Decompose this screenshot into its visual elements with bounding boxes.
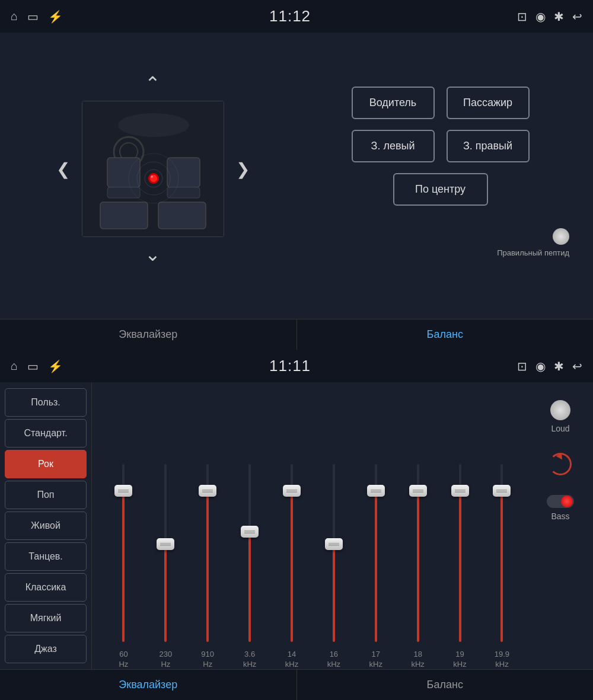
preset-item-5[interactable]: Танцев. (5, 542, 87, 571)
freq-label-8: 19kHz (453, 650, 466, 670)
preset-item-8[interactable]: Джаз (5, 635, 87, 663)
slider-col-4: 14kHz (280, 464, 303, 670)
bottom-status-right: ⊡ ◉ ✱ ↩ (517, 359, 582, 373)
sliders-container: 60Hz230Hz910Hz3.6kHz14kHz16kHz17kHz18kHz… (104, 394, 522, 673)
eq-right-controls: Loud Bass (528, 382, 593, 679)
slider-wrapper-3[interactable] (238, 464, 261, 642)
reset-button[interactable] (547, 451, 573, 477)
bass-track[interactable] (547, 495, 574, 508)
preset-item-0[interactable]: Польз. (5, 388, 87, 417)
passenger-button[interactable]: Пассажир (447, 87, 530, 119)
cast-icon[interactable]: ⊡ (517, 9, 527, 24)
slider-wrapper-0[interactable] (112, 464, 135, 642)
slider-col-1: 230Hz (154, 464, 177, 670)
tab-balance-top[interactable]: Баланс (297, 319, 594, 350)
svg-rect-7 (167, 187, 200, 198)
slider-thumb-8[interactable] (451, 485, 469, 497)
slider-thumb-1[interactable] (157, 538, 174, 550)
preset-item-1[interactable]: Стандарт. (5, 419, 87, 448)
freq-label-2: 910Hz (201, 650, 214, 670)
slider-fill-6 (375, 491, 377, 642)
location-icon[interactable]: ◉ (535, 9, 546, 24)
bottom-panel-tabs: Эквалайзер Баланс (0, 669, 593, 700)
toggle-label-text: Правильный пептид (497, 248, 569, 257)
preset-item-2[interactable]: Рок (5, 450, 87, 478)
arrow-down-button[interactable]: ⌄ (145, 243, 161, 266)
arrow-right-button[interactable]: ❯ (230, 156, 256, 182)
slider-fill-8 (459, 491, 461, 642)
slider-col-6: 17kHz (365, 464, 387, 670)
front-seat-row: Водитель Пассажир (352, 87, 530, 119)
location-icon-2[interactable]: ◉ (535, 359, 546, 373)
slider-wrapper-6[interactable] (365, 464, 387, 642)
slider-fill-1 (164, 544, 167, 642)
eq-sliders-area: 60Hz230Hz910Hz3.6kHz14kHz16kHz17kHz18kHz… (92, 382, 528, 679)
slider-track-4 (291, 464, 293, 642)
bass-section: Bass (547, 495, 574, 521)
slider-fill-0 (122, 491, 125, 642)
balance-content: ⌃ ❮ (0, 33, 593, 305)
toggle-area: Правильный пептид (305, 228, 575, 257)
tab-equalizer-top[interactable]: Эквалайзер (0, 319, 297, 350)
tab-equalizer-bottom[interactable]: Эквалайзер (0, 670, 297, 700)
back-icon-2[interactable]: ↩ (572, 359, 582, 373)
back-icon[interactable]: ↩ (572, 9, 582, 24)
slider-thumb-6[interactable] (367, 485, 385, 497)
slider-wrapper-2[interactable] (196, 464, 219, 642)
bass-toggle[interactable] (547, 495, 574, 508)
cast-icon-2[interactable]: ⊡ (517, 359, 527, 373)
tab-balance-bottom[interactable]: Баланс (297, 670, 594, 700)
preset-item-7[interactable]: Мягкий (5, 604, 87, 632)
reset-icon (549, 453, 572, 475)
slider-track-2 (206, 464, 209, 642)
slider-wrapper-9[interactable] (490, 464, 513, 642)
svg-rect-8 (100, 202, 148, 229)
slider-thumb-4[interactable] (283, 485, 301, 497)
freq-label-3: 3.6kHz (243, 650, 256, 670)
slider-thumb-9[interactable] (493, 485, 511, 497)
slider-track-7 (417, 464, 419, 642)
slider-wrapper-7[interactable] (407, 464, 429, 642)
home-icon-2[interactable]: ⌂ (11, 359, 18, 373)
preset-item-4[interactable]: Живой (5, 512, 87, 540)
usb-icon[interactable]: ⚡ (48, 9, 63, 24)
loud-toggle[interactable] (550, 400, 570, 420)
slider-track-8 (459, 464, 461, 642)
slider-thumb-2[interactable] (199, 485, 216, 497)
preset-item-3[interactable]: Поп (5, 481, 87, 509)
slider-thumb-7[interactable] (409, 485, 427, 497)
slider-col-3: 3.6kHz (238, 464, 261, 670)
freq-label-7: 18kHz (411, 650, 424, 670)
rear-left-button[interactable]: З. левый (352, 130, 435, 162)
usb-icon-2[interactable]: ⚡ (48, 359, 63, 373)
slider-col-9: 19.9kHz (490, 464, 513, 670)
bass-label: Bass (551, 512, 569, 521)
slider-wrapper-8[interactable] (449, 464, 471, 642)
car-image[interactable] (82, 101, 224, 237)
rear-right-button[interactable]: З. правый (447, 130, 530, 162)
slider-col-2: 910Hz (196, 464, 219, 670)
slider-wrapper-5[interactable] (323, 464, 345, 642)
screen-icon-2[interactable]: ▭ (27, 359, 39, 373)
preset-item-6[interactable]: Классика (5, 573, 87, 602)
screen-icon[interactable]: ▭ (27, 9, 39, 24)
freq-label-4: 14kHz (285, 650, 298, 670)
bluetooth-icon[interactable]: ✱ (554, 9, 564, 24)
slider-thumb-0[interactable] (114, 485, 132, 497)
slider-wrapper-4[interactable] (280, 464, 303, 642)
center-button[interactable]: По центру (393, 173, 488, 206)
home-icon[interactable]: ⌂ (11, 9, 18, 23)
slider-wrapper-1[interactable] (154, 464, 177, 642)
svg-point-15 (151, 175, 153, 178)
slider-col-0: 60Hz (112, 464, 135, 670)
driver-button[interactable]: Водитель (352, 87, 435, 119)
slider-thumb-5[interactable] (325, 538, 343, 550)
slider-track-0 (122, 464, 125, 642)
slider-thumb-3[interactable] (241, 526, 259, 538)
loud-label: Loud (551, 424, 569, 433)
arrow-left-button[interactable]: ❮ (50, 156, 76, 182)
balance-toggle[interactable] (553, 228, 569, 245)
bluetooth-icon-2[interactable]: ✱ (554, 359, 564, 373)
arrow-up-button[interactable]: ⌃ (145, 72, 161, 95)
slider-fill-5 (333, 544, 335, 642)
